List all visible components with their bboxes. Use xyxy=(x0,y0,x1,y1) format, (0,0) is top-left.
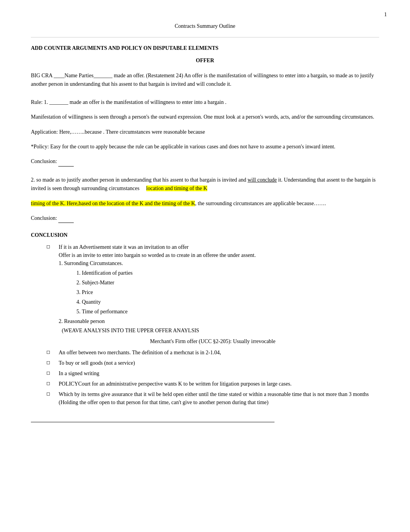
rule1-blank xyxy=(58,157,74,166)
merchant-bullet-symbol-3: ◻ xyxy=(46,369,53,376)
surronding-item-4: Quantity xyxy=(82,298,379,306)
bottom-line xyxy=(31,422,274,422)
add-counter-heading: ADD COUNTER ARGUMENTS AND POLICY ON DISP… xyxy=(31,45,379,51)
merchant-bullet-symbol-4: ◻ xyxy=(46,380,53,387)
merchant-bullet-symbol-2: ◻ xyxy=(46,359,53,366)
merchant-bullet-1-text: An offer between two merchants. The defi… xyxy=(59,350,221,355)
para2-conclusion: Conclusion: xyxy=(31,214,379,223)
holding-note: (Holding the offer open to that person f… xyxy=(59,398,379,406)
para2-conclusion-label: Conclusion: xyxy=(31,215,57,221)
bullet-advertisement: ◻ If it is an Advertisement state it was… xyxy=(46,243,379,325)
rule1-line1: Rule: 1. _______ made an offer is the ma… xyxy=(31,98,379,107)
surronding-item-3: Price xyxy=(82,288,379,296)
merchant-bullet-2: ◻ To buy or sell goods (not a service) xyxy=(46,359,379,367)
reasonable-person-label: 2. Reasonable person xyxy=(59,317,379,325)
rule1-policy: *Policy: Easy for the court to apply bec… xyxy=(31,143,379,151)
rule1-line2: Manifestation of willingness is seen thr… xyxy=(31,113,379,121)
merchant-bullet-2-text: To buy or sell goods (not a service) xyxy=(59,360,135,366)
merchant-bullet-4-text: POLICYCourt for an administrative perspe… xyxy=(59,381,291,387)
surronding-list: Identification of parties Subject-Matter… xyxy=(82,269,379,316)
bullet-symbol-1: ◻ xyxy=(46,243,53,250)
para2-part3: , the surrounding circumstances are appl… xyxy=(195,201,326,206)
rule1-application: Application: Here,……..because . There ci… xyxy=(31,128,379,136)
merchant-bullet-4-content: POLICYCourt for an administrative perspe… xyxy=(59,380,379,388)
bullet-advertisement-text: If it is an Advertisement state it was a… xyxy=(59,243,379,251)
para2-highlight1: location and timing of the K xyxy=(146,185,207,191)
para2-block: 2. so made as to justify another person … xyxy=(31,176,379,223)
para2-blank xyxy=(58,214,74,223)
para2-text2: timing of the K. Here,based on the locat… xyxy=(31,199,379,208)
document-page: 1 Contracts Summary Outline ADD COUNTER … xyxy=(0,0,410,532)
conclusion-bullets: ◻ If it is an Advertisement state it was… xyxy=(46,243,379,406)
rule1-conclusion: Conclusion: xyxy=(31,157,379,166)
merchant-bullet-symbol-1: ◻ xyxy=(46,348,53,355)
merchant-heading: Merchant's Firm offer (UCC §2-205): Usua… xyxy=(46,338,379,345)
merchant-bullet-5-text: Which by its terms give assurance that i… xyxy=(59,390,379,398)
merchant-bullet-5: ◻ Which by its terms give assurance that… xyxy=(46,390,379,406)
big-cra-text: BIG CRA ____Name Parties_______ made an … xyxy=(31,71,379,89)
para2-highlight2-wrapper: timing of the K. Here,based on the locat… xyxy=(31,201,195,206)
surronding-item-1: Identification of parties xyxy=(82,269,379,277)
merchant-bullet-3-text: In a signed writing xyxy=(59,371,99,376)
surronding-item-2: Subject-Matter xyxy=(82,279,379,287)
merchant-bullet-5-content: Which by its terms give assurance that i… xyxy=(59,390,379,406)
weave-heading: (WEAVE ANALYSIS INTO THE UPPER OFFER ANA… xyxy=(62,328,379,334)
bullet-advertisement-sub1: Offer is an invite to enter into bargain… xyxy=(59,251,379,259)
rule1-block: Rule: 1. _______ made an offer is the ma… xyxy=(31,98,379,167)
surronding-circumstances-label: 1. Surronding Circumstances. xyxy=(59,259,379,267)
divider-1 xyxy=(31,37,379,37)
offer-heading: OFFER xyxy=(31,58,379,64)
rule1-conclusion-label: Conclusion: xyxy=(31,158,57,164)
page-number: 1 xyxy=(384,12,387,18)
conclusion-label: CONCLUSION xyxy=(31,232,379,238)
bullet-advertisement-content: If it is an Advertisement state it was a… xyxy=(59,243,379,325)
para2-highlight2: based on the location of the K and the t… xyxy=(79,201,195,206)
surronding-item-5: Time of performance xyxy=(82,308,379,316)
merchant-bullet-1-content: An offer between two merchants. The defi… xyxy=(59,348,379,357)
document-title: Contracts Summary Outline xyxy=(31,23,379,29)
para2-text: 2. so made as to justify another person … xyxy=(31,176,379,193)
merchant-bullet-4: ◻ POLICYCourt for an administrative pers… xyxy=(46,380,379,388)
merchant-bullet-symbol-5: ◻ xyxy=(46,390,53,397)
merchant-bullet-3: ◻ In a signed writing xyxy=(46,369,379,377)
merchant-bullet-3-content: In a signed writing xyxy=(59,369,379,377)
merchant-bullet-2-content: To buy or sell goods (not a service) xyxy=(59,359,379,367)
merchant-bullet-1: ◻ An offer between two merchants. The de… xyxy=(46,348,379,357)
big-cra-paragraph: BIG CRA ____Name Parties_______ made an … xyxy=(31,71,379,89)
